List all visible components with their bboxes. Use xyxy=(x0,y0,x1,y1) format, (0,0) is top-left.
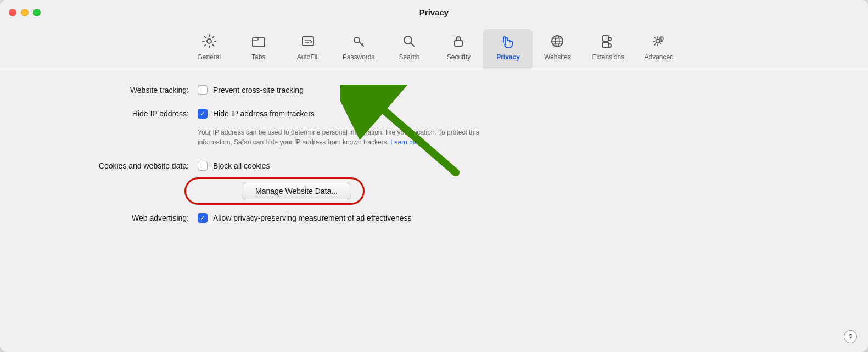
tab-tabs-label: Tabs xyxy=(251,53,265,61)
puzzle-icon xyxy=(601,33,616,51)
hand-icon xyxy=(500,33,516,51)
tab-security-label: Security xyxy=(447,53,471,61)
svg-rect-15 xyxy=(603,36,608,41)
tabs-icon xyxy=(251,33,266,51)
svg-rect-2 xyxy=(253,38,258,40)
web-advertising-text: Allow privacy-preserving measurement of … xyxy=(213,214,412,222)
search-icon xyxy=(401,33,417,51)
cookies-checkbox[interactable] xyxy=(198,161,208,171)
tab-passwords[interactable]: Passwords xyxy=(333,29,385,68)
cookies-row: Cookies and website data: Block all cook… xyxy=(44,160,824,199)
svg-rect-16 xyxy=(603,42,608,48)
website-tracking-text: Prevent cross-site tracking xyxy=(213,86,304,94)
hide-ip-text: Hide IP address from trackers xyxy=(213,109,315,118)
advanced-gear-icon xyxy=(651,33,667,51)
svg-point-0 xyxy=(207,39,211,43)
svg-rect-1 xyxy=(253,38,265,47)
tab-extensions-label: Extensions xyxy=(592,53,624,61)
globe-icon xyxy=(550,33,565,51)
svg-rect-8 xyxy=(455,41,462,46)
tab-autofill-label: AutoFill xyxy=(297,53,319,61)
website-tracking-checkbox[interactable] xyxy=(198,85,208,95)
toolbar: General Tabs AutoFill xyxy=(0,25,868,68)
traffic-lights xyxy=(9,9,41,16)
help-button[interactable]: ? xyxy=(844,330,857,343)
hide-ip-content: ✓ Hide IP address from trackers Your IP … xyxy=(198,108,824,147)
website-tracking-label: Website tracking: xyxy=(44,85,198,94)
hide-ip-subtext: Your IP address can be used to determine… xyxy=(198,127,483,147)
tab-privacy[interactable]: Privacy xyxy=(483,29,533,68)
tab-search-label: Search xyxy=(399,53,419,61)
web-advertising-label: Web advertising: xyxy=(44,213,198,222)
tab-privacy-label: Privacy xyxy=(496,53,520,61)
manage-website-data-button[interactable]: Manage Website Data... xyxy=(242,183,351,199)
tab-tabs[interactable]: Tabs xyxy=(234,29,283,68)
svg-point-17 xyxy=(656,40,660,43)
tab-search[interactable]: Search xyxy=(384,29,434,68)
tab-extensions[interactable]: Extensions xyxy=(582,29,634,68)
lock-icon xyxy=(451,33,466,51)
window: Privacy General Tabs xyxy=(0,0,868,352)
window-title: Privacy xyxy=(419,8,449,17)
manage-button-wrapper: Manage Website Data... xyxy=(198,183,351,199)
tab-advanced-label: Advanced xyxy=(645,53,674,61)
tab-passwords-label: Passwords xyxy=(343,53,375,61)
gear-icon xyxy=(201,33,217,51)
autofill-icon xyxy=(300,33,316,51)
learn-more-link[interactable]: Learn more... xyxy=(390,138,429,146)
tab-security[interactable]: Security xyxy=(434,29,483,68)
tab-advanced[interactable]: Advanced xyxy=(634,29,684,68)
website-tracking-row: Website tracking: Prevent cross-site tra… xyxy=(44,85,824,95)
tab-general[interactable]: General xyxy=(184,29,234,68)
cookies-label: Cookies and website data: xyxy=(44,160,198,170)
tab-websites-label: Websites xyxy=(544,53,571,61)
key-icon xyxy=(351,33,366,51)
web-advertising-content: ✓ Allow privacy-preserving measurement o… xyxy=(198,213,824,223)
maximize-button[interactable] xyxy=(33,9,41,16)
web-advertising-checkbox[interactable]: ✓ xyxy=(198,213,208,223)
tab-general-label: General xyxy=(197,53,221,61)
hide-ip-label: Hide IP address: xyxy=(44,108,198,118)
website-tracking-content: Prevent cross-site tracking xyxy=(198,85,824,95)
cookies-text: Block all cookies xyxy=(213,161,270,170)
web-advertising-row: Web advertising: ✓ Allow privacy-preserv… xyxy=(44,213,824,223)
hide-ip-checkbox[interactable]: ✓ xyxy=(198,109,208,119)
titlebar: Privacy xyxy=(0,0,868,25)
tab-autofill[interactable]: AutoFill xyxy=(283,29,333,68)
content-area: Website tracking: Prevent cross-site tra… xyxy=(0,68,868,352)
cookies-content: Block all cookies Manage Website Data... xyxy=(198,160,824,199)
hide-ip-row: Hide IP address: ✓ Hide IP address from … xyxy=(44,108,824,147)
minimize-button[interactable] xyxy=(21,9,29,16)
close-button[interactable] xyxy=(9,9,16,16)
tab-websites[interactable]: Websites xyxy=(533,29,582,68)
